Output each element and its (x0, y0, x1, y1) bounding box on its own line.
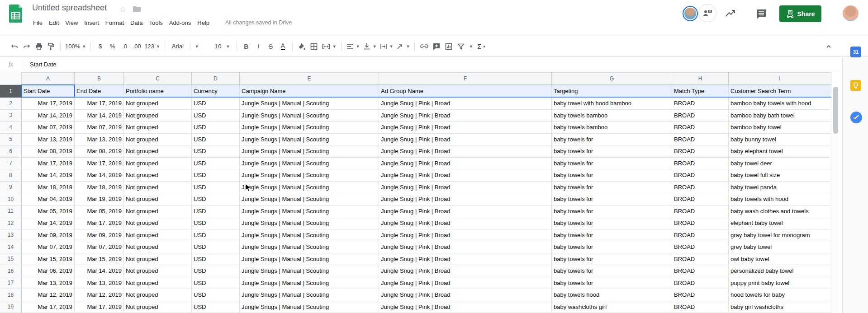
filter-button[interactable] (455, 40, 467, 53)
cell-H11[interactable]: BROAD (672, 206, 729, 218)
cell-A6[interactable]: Mar 08, 2019 (22, 145, 75, 158)
share-button[interactable]: Share (779, 5, 821, 22)
cell-D11[interactable]: USD (192, 206, 240, 218)
cell-B6[interactable]: Mar 08, 2019 (75, 145, 124, 158)
cell-C14[interactable]: Not grouped (124, 241, 192, 253)
row-header-13[interactable]: 13 (0, 229, 22, 242)
explore-trend-icon[interactable] (725, 8, 736, 20)
cell-H15[interactable]: BROAD (672, 253, 729, 266)
cell-B17[interactable]: Mar 13, 2019 (75, 277, 124, 290)
undo-button[interactable] (8, 40, 20, 53)
cell-H13[interactable]: BROAD (672, 229, 729, 242)
cell-E4[interactable]: Jungle Snugs | Manual | Scouting (240, 121, 379, 134)
more-formats-button[interactable]: 123▼ (143, 40, 161, 53)
text-color-button[interactable]: A (277, 40, 289, 53)
cell-C10[interactable]: Not grouped (124, 193, 192, 206)
cell-B13[interactable]: Mar 09, 2019 (75, 229, 124, 242)
cell-F1[interactable]: Ad Group Name (379, 85, 552, 98)
row-header-9[interactable]: 9 (0, 182, 22, 194)
cell-H7[interactable]: BROAD (672, 158, 729, 170)
user-avatar[interactable] (843, 5, 859, 21)
cell-D5[interactable]: USD (192, 134, 240, 146)
collapse-toolbar-button[interactable] (822, 40, 835, 53)
cell-F15[interactable]: Jungle Snug | Pink | Broad (379, 253, 552, 266)
cell-E12[interactable]: Jungle Snugs | Manual | Scouting (240, 217, 379, 229)
cell-B11[interactable]: Mar 05, 2019 (75, 206, 124, 218)
row-header-16[interactable]: 16 (0, 265, 22, 277)
cell-I2[interactable]: bamboo baby towels with hood (729, 98, 831, 110)
cell-G16[interactable]: baby towels for (552, 265, 672, 277)
cell-B1[interactable]: End Date (75, 85, 124, 98)
redo-button[interactable] (20, 40, 33, 53)
cell-F8[interactable]: Jungle Snug | Pink | Broad (379, 169, 552, 182)
cell-I3[interactable]: bamboo baby bath towel (729, 110, 831, 122)
collaborator-avatar[interactable] (683, 6, 698, 21)
insert-link-button[interactable] (418, 40, 430, 53)
cell-G6[interactable]: baby towels for (552, 145, 672, 158)
cell-B2[interactable]: Mar 17, 2019 (75, 98, 124, 110)
cell-I10[interactable]: baby towels with hood (729, 193, 831, 206)
cell-C18[interactable]: Not grouped (124, 289, 192, 301)
cell-F5[interactable]: Jungle Snug | Pink | Broad (379, 134, 552, 146)
cell-D4[interactable]: USD (192, 121, 240, 134)
cell-E1[interactable]: Campaign Name (240, 85, 379, 98)
cell-B7[interactable]: Mar 17, 2019 (75, 158, 124, 170)
cell-H2[interactable]: BROAD (672, 98, 729, 110)
row-header-15[interactable]: 15 (0, 253, 22, 266)
cell-B4[interactable]: Mar 07, 2019 (75, 121, 124, 134)
cell-F4[interactable]: Jungle Snug | Pink | Broad (379, 121, 552, 134)
cell-D3[interactable]: USD (192, 110, 240, 122)
cell-G8[interactable]: baby towels for (552, 169, 672, 182)
cell-C8[interactable]: Not grouped (124, 169, 192, 182)
cell-B19[interactable]: Mar 17, 2019 (75, 301, 124, 313)
filter-views-caret[interactable]: ▼ (467, 40, 475, 53)
cell-B10[interactable]: Mar 19, 2019 (75, 193, 124, 206)
merge-cells-button[interactable]: ▼ (320, 40, 338, 53)
cell-F16[interactable]: Jungle Snug | Pink | Broad (379, 265, 552, 277)
cell-A8[interactable]: Mar 14, 2019 (22, 169, 75, 182)
cell-D13[interactable]: USD (192, 229, 240, 242)
cell-G4[interactable]: baby towels bamboo (552, 121, 672, 134)
row-header-11[interactable]: 11 (0, 206, 22, 218)
formula-input[interactable]: Start Date (22, 61, 57, 68)
cell-C16[interactable]: Not grouped (124, 265, 192, 277)
format-percent-button[interactable]: % (106, 40, 119, 53)
cell-G2[interactable]: baby towel with hood bamboo (552, 98, 672, 110)
cell-E17[interactable]: Jungle Snugs | Manual | Scouting (240, 277, 379, 290)
cell-E11[interactable]: Jungle Snugs | Manual | Scouting (240, 206, 379, 218)
cell-I14[interactable]: grey baby towel (729, 241, 831, 253)
cell-A19[interactable]: Mar 17, 2019 (22, 301, 75, 313)
cell-B18[interactable]: Mar 12, 2019 (75, 289, 124, 301)
column-header-G[interactable]: G (552, 72, 672, 85)
cell-A9[interactable]: Mar 18, 2019 (22, 182, 75, 194)
cell-A7[interactable]: Mar 17, 2019 (22, 158, 75, 170)
cell-F7[interactable]: Jungle Snug | Pink | Broad (379, 158, 552, 170)
cell-C6[interactable]: Not grouped (124, 145, 192, 158)
decrease-decimal-button[interactable]: .0 (119, 40, 131, 53)
insert-chart-button[interactable] (442, 40, 455, 53)
zoom-select[interactable]: 100%▼ (64, 40, 87, 53)
row-header-6[interactable]: 6 (0, 145, 22, 158)
cell-F19[interactable]: Jungle Snug | Pink | Broad (379, 301, 552, 313)
cell-D18[interactable]: USD (192, 289, 240, 301)
cell-I15[interactable]: owl baby towel (729, 253, 831, 266)
font-size-select[interactable]: 10▼ (212, 40, 233, 53)
cell-G15[interactable]: baby towels for (552, 253, 672, 266)
cell-E15[interactable]: Jungle Snugs | Manual | Scouting (240, 253, 379, 266)
cell-H5[interactable]: BROAD (672, 134, 729, 146)
tasks-icon[interactable] (850, 112, 862, 123)
cell-H17[interactable]: BROAD (672, 277, 729, 290)
row-header-4[interactable]: 4 (0, 121, 22, 134)
cell-E3[interactable]: Jungle Snugs | Manual | Scouting (240, 110, 379, 122)
cell-I11[interactable]: baby wash clothes and towels (729, 206, 831, 218)
cell-B16[interactable]: Mar 14, 2019 (75, 265, 124, 277)
cell-G17[interactable]: baby towels for (552, 277, 672, 290)
cell-I12[interactable]: elephant baby towel (729, 217, 831, 229)
cell-B12[interactable]: Mar 17, 2019 (75, 217, 124, 229)
cell-E5[interactable]: Jungle Snugs | Manual | Scouting (240, 134, 379, 146)
cell-G13[interactable]: baby towels for (552, 229, 672, 242)
cell-C17[interactable]: Not grouped (124, 277, 192, 290)
cell-G9[interactable]: baby towels for (552, 182, 672, 194)
cell-A4[interactable]: Mar 07, 2019 (22, 121, 75, 134)
column-header-H[interactable]: H (672, 72, 729, 85)
